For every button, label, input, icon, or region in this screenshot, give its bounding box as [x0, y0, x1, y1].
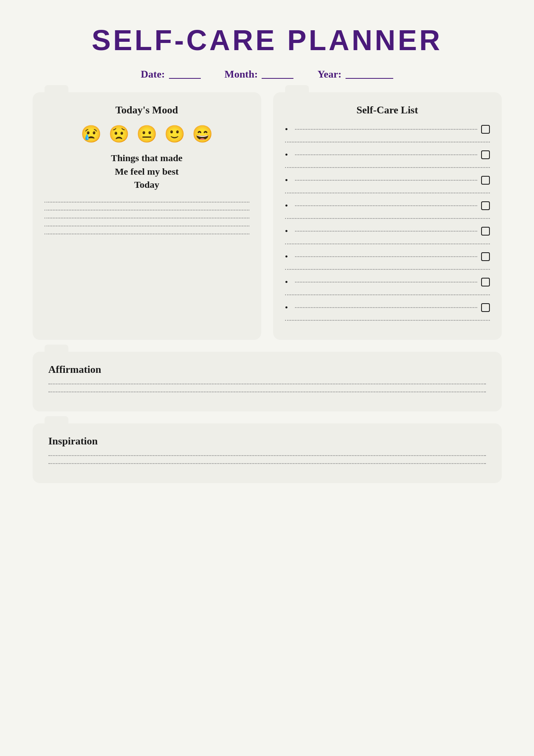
things-line-5	[45, 234, 249, 234]
month-input-line[interactable]	[262, 70, 293, 79]
self-care-header: Self-Care List	[285, 104, 490, 116]
year-input-line[interactable]	[346, 70, 393, 79]
self-care-item-8: •	[285, 302, 490, 321]
self-care-line-2	[295, 154, 477, 155]
checkbox-7[interactable]	[481, 278, 490, 286]
month-field: Month:	[225, 68, 294, 80]
mood-icon-neutral[interactable]: 😐	[136, 124, 157, 144]
mood-icon-very-sad[interactable]: 😢	[81, 124, 101, 144]
self-care-card: Self-Care List • •	[273, 92, 502, 340]
bullet-5: •	[285, 226, 288, 236]
self-care-line-5	[295, 231, 477, 232]
mood-icon-sad[interactable]: 😟	[109, 124, 129, 144]
self-care-item-4: •	[285, 201, 490, 219]
bullet-7: •	[285, 277, 288, 287]
mood-header: Today's Mood	[45, 104, 249, 116]
year-label: Year:	[317, 68, 342, 80]
checkbox-6[interactable]	[481, 252, 490, 261]
things-line-4	[45, 226, 249, 226]
self-care-line-7	[295, 282, 477, 283]
date-row: Date: Month: Year:	[141, 68, 393, 80]
mood-icon-very-happy[interactable]: 😄	[192, 124, 213, 144]
inspiration-header: Inspiration	[49, 435, 486, 447]
things-line-3	[45, 218, 249, 218]
self-care-line-6	[295, 256, 477, 257]
mood-icon-happy[interactable]: 🙂	[164, 124, 185, 144]
inspiration-line-2	[49, 463, 486, 464]
affirmation-line-1	[49, 384, 486, 384]
checkbox-4[interactable]	[481, 201, 490, 210]
mood-card-tab	[45, 85, 68, 92]
checkbox-8[interactable]	[481, 303, 490, 312]
bullet-8: •	[285, 302, 288, 313]
things-header: Things that madeMe feel my bestToday	[45, 152, 249, 192]
bullet-3: •	[285, 175, 288, 185]
bullet-4: •	[285, 201, 288, 211]
bullet-1: •	[285, 124, 288, 134]
mood-card: Today's Mood 😢 😟 😐 🙂 😄 Things that madeM…	[33, 92, 261, 340]
self-care-dots-5	[285, 244, 490, 244]
checkbox-5[interactable]	[481, 227, 490, 236]
checkbox-3[interactable]	[481, 176, 490, 185]
self-care-line-3	[295, 180, 477, 181]
self-care-dots-1	[285, 142, 490, 142]
things-line-1	[45, 202, 249, 203]
self-care-item-2: •	[285, 150, 490, 168]
affirmation-line-2	[49, 392, 486, 392]
self-care-item-6: •	[285, 251, 490, 270]
affirmation-header: Affirmation	[49, 364, 486, 376]
self-care-dots-3	[285, 193, 490, 193]
inspiration-line-1	[49, 455, 486, 456]
self-care-line-4	[295, 205, 477, 206]
main-grid: Today's Mood 😢 😟 😐 🙂 😄 Things that madeM…	[33, 92, 502, 340]
self-care-dots-6	[285, 269, 490, 270]
self-care-dots-8	[285, 320, 490, 321]
self-care-line-8	[295, 307, 477, 308]
affirmation-card-tab	[45, 345, 68, 352]
self-care-card-tab	[285, 85, 309, 92]
affirmation-card: Affirmation	[33, 352, 502, 411]
checkbox-1[interactable]	[481, 125, 490, 134]
month-label: Month:	[225, 68, 258, 80]
bullet-2: •	[285, 150, 288, 160]
self-care-item-5: •	[285, 226, 490, 244]
self-care-item-3: •	[285, 175, 490, 193]
date-label: Date:	[141, 68, 165, 80]
inspiration-card-tab	[45, 416, 68, 423]
self-care-line-1	[295, 129, 477, 130]
self-care-dots-4	[285, 218, 490, 219]
page: SELF-CARE PLANNER Date: Month: Year: Tod…	[33, 16, 502, 483]
self-care-item-7: •	[285, 277, 490, 295]
self-care-item-1: •	[285, 124, 490, 142]
year-field: Year:	[317, 68, 393, 80]
self-care-dots-7	[285, 294, 490, 295]
mood-icons-row: 😢 😟 😐 🙂 😄	[45, 124, 249, 144]
inspiration-card: Inspiration	[33, 423, 502, 483]
things-line-2	[45, 210, 249, 210]
date-field: Date:	[141, 68, 201, 80]
page-title: SELF-CARE PLANNER	[91, 24, 442, 57]
self-care-dots-2	[285, 167, 490, 168]
checkbox-2[interactable]	[481, 150, 490, 159]
date-input-line[interactable]	[169, 70, 201, 79]
bullet-6: •	[285, 251, 288, 262]
